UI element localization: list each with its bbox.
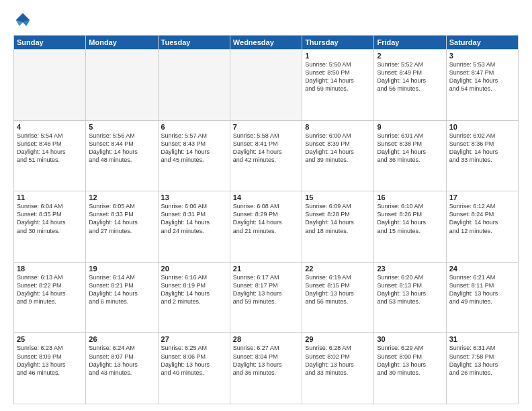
day-number: 25: [17, 335, 83, 343]
header: [13, 11, 519, 30]
day-number: 29: [305, 335, 371, 343]
day-number: 30: [377, 335, 443, 343]
day-number: 13: [161, 193, 227, 201]
day-cell: 20Sunrise: 6:16 AM Sunset: 8:19 PM Dayli…: [158, 262, 230, 333]
day-info: Sunrise: 6:29 AM Sunset: 8:00 PM Dayligh…: [377, 344, 443, 377]
day-number: 9: [377, 123, 443, 131]
day-cell: 31Sunrise: 6:31 AM Sunset: 7:58 PM Dayli…: [446, 333, 518, 404]
day-cell: 2Sunrise: 5:52 AM Sunset: 8:49 PM Daylig…: [374, 50, 446, 121]
day-cell: 7Sunrise: 5:58 AM Sunset: 8:41 PM Daylig…: [230, 120, 302, 191]
day-info: Sunrise: 6:21 AM Sunset: 8:11 PM Dayligh…: [449, 273, 515, 306]
day-number: 7: [233, 123, 299, 131]
day-number: 17: [449, 193, 515, 201]
day-info: Sunrise: 6:25 AM Sunset: 8:06 PM Dayligh…: [161, 344, 227, 377]
day-number: 10: [449, 123, 515, 131]
day-info: Sunrise: 6:13 AM Sunset: 8:22 PM Dayligh…: [17, 273, 83, 306]
day-cell: 23Sunrise: 6:20 AM Sunset: 8:13 PM Dayli…: [374, 262, 446, 333]
day-cell: 11Sunrise: 6:04 AM Sunset: 8:35 PM Dayli…: [14, 191, 86, 263]
day-number: 22: [305, 265, 371, 273]
col-header-saturday: Saturday: [446, 36, 518, 50]
day-info: Sunrise: 5:54 AM Sunset: 8:46 PM Dayligh…: [17, 132, 83, 165]
day-number: 26: [89, 335, 154, 343]
day-info: Sunrise: 6:08 AM Sunset: 8:29 PM Dayligh…: [233, 202, 299, 235]
day-cell: 13Sunrise: 6:06 AM Sunset: 8:31 PM Dayli…: [158, 191, 230, 263]
day-cell: [230, 50, 302, 121]
day-number: 1: [305, 52, 371, 60]
day-number: 15: [305, 193, 371, 201]
week-row-3: 11Sunrise: 6:04 AM Sunset: 8:35 PM Dayli…: [14, 191, 519, 263]
day-info: Sunrise: 6:09 AM Sunset: 8:28 PM Dayligh…: [305, 202, 371, 235]
week-row-5: 25Sunrise: 6:23 AM Sunset: 8:09 PM Dayli…: [14, 333, 519, 404]
day-info: Sunrise: 6:16 AM Sunset: 8:19 PM Dayligh…: [161, 273, 227, 306]
logo: [13, 11, 35, 30]
day-cell: 30Sunrise: 6:29 AM Sunset: 8:00 PM Dayli…: [374, 333, 446, 404]
day-cell: 8Sunrise: 6:00 AM Sunset: 8:39 PM Daylig…: [302, 120, 374, 191]
week-row-4: 18Sunrise: 6:13 AM Sunset: 8:22 PM Dayli…: [14, 262, 519, 333]
day-info: Sunrise: 6:28 AM Sunset: 8:02 PM Dayligh…: [305, 344, 371, 377]
day-number: 8: [305, 123, 371, 131]
day-number: 6: [161, 123, 227, 131]
day-number: 28: [233, 335, 299, 343]
day-cell: 26Sunrise: 6:24 AM Sunset: 8:07 PM Dayli…: [86, 333, 158, 404]
day-cell: 10Sunrise: 6:02 AM Sunset: 8:36 PM Dayli…: [446, 120, 518, 191]
col-header-sunday: Sunday: [14, 36, 86, 50]
day-info: Sunrise: 6:10 AM Sunset: 8:26 PM Dayligh…: [377, 202, 443, 235]
day-number: 31: [449, 335, 515, 343]
day-number: 21: [233, 265, 299, 273]
day-cell: 21Sunrise: 6:17 AM Sunset: 8:17 PM Dayli…: [230, 262, 302, 333]
day-number: 19: [89, 265, 154, 273]
day-cell: 12Sunrise: 6:05 AM Sunset: 8:33 PM Dayli…: [86, 191, 158, 263]
calendar-header-row: SundayMondayTuesdayWednesdayThursdayFrid…: [14, 36, 519, 50]
day-info: Sunrise: 6:24 AM Sunset: 8:07 PM Dayligh…: [89, 344, 154, 377]
day-cell: 17Sunrise: 6:12 AM Sunset: 8:24 PM Dayli…: [446, 191, 518, 263]
day-info: Sunrise: 6:20 AM Sunset: 8:13 PM Dayligh…: [377, 273, 443, 306]
day-info: Sunrise: 5:58 AM Sunset: 8:41 PM Dayligh…: [233, 132, 299, 165]
logo-icon: [13, 11, 32, 30]
day-info: Sunrise: 6:27 AM Sunset: 8:04 PM Dayligh…: [233, 344, 299, 377]
day-info: Sunrise: 6:01 AM Sunset: 8:38 PM Dayligh…: [377, 132, 443, 165]
day-info: Sunrise: 6:06 AM Sunset: 8:31 PM Dayligh…: [161, 202, 227, 235]
col-header-friday: Friday: [374, 36, 446, 50]
day-cell: 1Sunrise: 5:50 AM Sunset: 8:50 PM Daylig…: [302, 50, 374, 121]
col-header-thursday: Thursday: [302, 36, 374, 50]
day-info: Sunrise: 6:00 AM Sunset: 8:39 PM Dayligh…: [305, 132, 371, 165]
day-info: Sunrise: 5:57 AM Sunset: 8:43 PM Dayligh…: [161, 132, 227, 165]
day-cell: 4Sunrise: 5:54 AM Sunset: 8:46 PM Daylig…: [14, 120, 86, 191]
day-info: Sunrise: 5:56 AM Sunset: 8:44 PM Dayligh…: [89, 132, 154, 165]
day-number: 24: [449, 265, 515, 273]
day-info: Sunrise: 5:50 AM Sunset: 8:50 PM Dayligh…: [305, 60, 371, 93]
day-cell: [158, 50, 230, 121]
day-info: Sunrise: 6:14 AM Sunset: 8:21 PM Dayligh…: [89, 273, 154, 306]
day-cell: 14Sunrise: 6:08 AM Sunset: 8:29 PM Dayli…: [230, 191, 302, 263]
col-header-monday: Monday: [86, 36, 158, 50]
day-info: Sunrise: 6:12 AM Sunset: 8:24 PM Dayligh…: [449, 202, 515, 235]
day-number: 2: [377, 52, 443, 60]
day-info: Sunrise: 5:52 AM Sunset: 8:49 PM Dayligh…: [377, 60, 443, 93]
day-number: 20: [161, 265, 227, 273]
day-cell: 5Sunrise: 5:56 AM Sunset: 8:44 PM Daylig…: [86, 120, 158, 191]
day-info: Sunrise: 6:23 AM Sunset: 8:09 PM Dayligh…: [17, 344, 83, 377]
col-header-tuesday: Tuesday: [158, 36, 230, 50]
day-cell: 25Sunrise: 6:23 AM Sunset: 8:09 PM Dayli…: [14, 333, 86, 404]
day-info: Sunrise: 6:31 AM Sunset: 7:58 PM Dayligh…: [449, 344, 515, 377]
day-number: 5: [89, 123, 154, 131]
day-cell: 16Sunrise: 6:10 AM Sunset: 8:26 PM Dayli…: [374, 191, 446, 263]
day-number: 14: [233, 193, 299, 201]
day-number: 27: [161, 335, 227, 343]
day-number: 12: [89, 193, 154, 201]
day-cell: 9Sunrise: 6:01 AM Sunset: 8:38 PM Daylig…: [374, 120, 446, 191]
day-info: Sunrise: 6:17 AM Sunset: 8:17 PM Dayligh…: [233, 273, 299, 306]
day-info: Sunrise: 5:53 AM Sunset: 8:47 PM Dayligh…: [449, 60, 515, 93]
calendar: SundayMondayTuesdayWednesdayThursdayFrid…: [13, 35, 519, 404]
day-info: Sunrise: 6:19 AM Sunset: 8:15 PM Dayligh…: [305, 273, 371, 306]
day-cell: 24Sunrise: 6:21 AM Sunset: 8:11 PM Dayli…: [446, 262, 518, 333]
day-cell: 22Sunrise: 6:19 AM Sunset: 8:15 PM Dayli…: [302, 262, 374, 333]
day-number: 23: [377, 265, 443, 273]
day-info: Sunrise: 6:04 AM Sunset: 8:35 PM Dayligh…: [17, 202, 83, 235]
day-cell: 15Sunrise: 6:09 AM Sunset: 8:28 PM Dayli…: [302, 191, 374, 263]
day-cell: 6Sunrise: 5:57 AM Sunset: 8:43 PM Daylig…: [158, 120, 230, 191]
day-cell: 27Sunrise: 6:25 AM Sunset: 8:06 PM Dayli…: [158, 333, 230, 404]
day-info: Sunrise: 6:05 AM Sunset: 8:33 PM Dayligh…: [89, 202, 154, 235]
week-row-2: 4Sunrise: 5:54 AM Sunset: 8:46 PM Daylig…: [14, 120, 519, 191]
day-number: 11: [17, 193, 83, 201]
